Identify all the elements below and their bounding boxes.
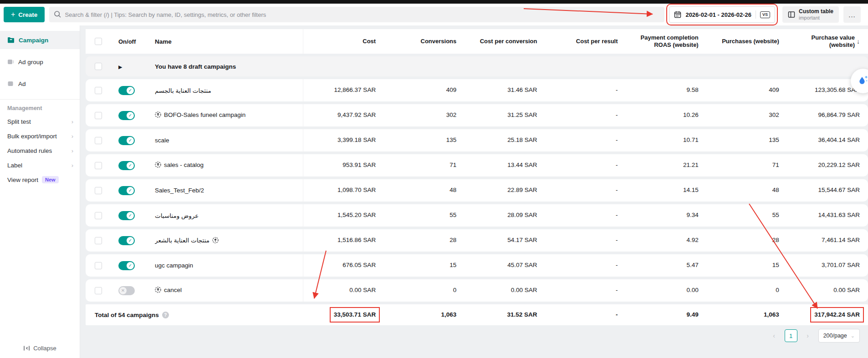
metric-value: 15,544.67 SAR [787, 187, 868, 194]
metric-value: 20,229.12 SAR [787, 161, 868, 169]
annotation-red-box: 317,942.24 SAR [814, 311, 860, 318]
row-checkbox[interactable] [95, 287, 102, 294]
sidebar-item-label: Campaign [19, 37, 48, 44]
metric-value: 14,431.63 SAR [787, 212, 868, 219]
sidebar-item-ad[interactable]: Ad [0, 75, 80, 93]
campaign-row: ✓sales - catalog953.91 SAR7113.44 SAR-21… [86, 154, 868, 176]
date-range-button[interactable]: 2026-02-01 - 2026-02-26 VS [669, 6, 775, 23]
sidebar-item-split-test[interactable]: Split test› [0, 114, 80, 129]
column-header-payment-completion-roas-website-[interactable]: Payment completion ROAS (website) [626, 34, 707, 48]
sidebar-item-label: Ad [18, 81, 26, 87]
row-checkbox[interactable] [95, 137, 102, 144]
campaign-toggle[interactable]: ✓ [118, 211, 135, 220]
water-drop-icon [856, 74, 868, 88]
campaign-name[interactable]: عروض ومناسبات [155, 212, 303, 219]
table-header-row: On/off Name CostConversionsCost per conv… [86, 29, 868, 54]
campaign-name[interactable]: scale [155, 137, 303, 144]
chevron-right-icon: › [71, 118, 73, 125]
metric-value: 22.89 SAR [465, 187, 545, 194]
campaign-toggle[interactable]: ✓ [118, 86, 135, 95]
next-page-button[interactable]: › [802, 330, 814, 342]
sidebar-item-campaign[interactable]: Campaign [0, 31, 80, 49]
columns-icon [788, 11, 795, 18]
expand-arrow-icon[interactable]: ▶ [118, 64, 122, 70]
help-icon[interactable]: ? [162, 312, 169, 318]
campaign-name[interactable]: cancel [155, 287, 303, 295]
more-options-button[interactable]: ... [843, 6, 861, 23]
campaign-toggle[interactable]: ✓ [118, 111, 135, 120]
select-all-checkbox[interactable] [95, 38, 102, 45]
campaign-toggle[interactable]: ✓ [118, 136, 135, 145]
metric-value: 10.71 [626, 136, 707, 144]
search-input[interactable] [49, 7, 664, 22]
collapse-label: Collapse [33, 345, 56, 352]
sidebar-item-bulk-export-import[interactable]: Bulk export/import› [0, 129, 80, 143]
row-checkbox[interactable] [95, 162, 102, 169]
row-checkbox[interactable] [95, 112, 102, 119]
campaign-row: ✓منتجات العناية بالجسم12,866.37 SAR40931… [86, 79, 868, 101]
metric-value: 5.47 [626, 262, 707, 269]
metric-value: 7,461.14 SAR [787, 237, 868, 244]
plus-icon: + [11, 11, 15, 18]
campaign-row: ✕cancel0.00 SAR00.00 SAR-0.0000.00 SAR [86, 279, 868, 302]
row-checkbox[interactable] [95, 237, 102, 244]
total-metric-value: 9.49 [626, 311, 707, 318]
campaign-name[interactable]: sales - catalog [155, 161, 303, 170]
sidebar-item-label: Ad group [18, 59, 43, 66]
campaign-toggle[interactable]: ✓ [118, 261, 135, 270]
custom-table-label: Custom table [799, 9, 833, 15]
metric-value: 31.25 SAR [465, 111, 545, 119]
row-checkbox[interactable] [95, 87, 102, 94]
column-header-purchase-value-website-[interactable]: Purchase value (website)↓ [787, 34, 868, 48]
sidebar-item-label: Bulk export/import [7, 133, 57, 140]
metric-value: 9.34 [626, 212, 707, 219]
column-header-cost[interactable]: Cost [303, 38, 384, 45]
column-header-purchases-website-[interactable]: Purchases (website) [707, 38, 787, 45]
campaign-name[interactable]: ugc campagin [155, 262, 303, 269]
campaign-name-text: sales - catalog [164, 161, 204, 168]
sidebar-item-automated-rules[interactable]: Automated rules› [0, 143, 80, 158]
collapse-sidebar-button[interactable]: Collapse [0, 345, 80, 352]
draft-campaigns-row[interactable]: ▶ You have 8 draft campaigns [86, 56, 868, 76]
toggle-knob-icon: ✓ [127, 87, 134, 94]
column-header-cost-per-conversion[interactable]: Cost per conversion [465, 38, 545, 45]
total-row-label: Total of 54 campaigns [95, 312, 159, 318]
row-checkbox[interactable] [95, 262, 102, 269]
page-size-select[interactable]: 200/page ⌄ [818, 329, 860, 343]
campaign-name[interactable]: منتجات العناية بالشعر [155, 237, 303, 245]
draft-row-checkbox[interactable] [95, 63, 102, 70]
sidebar-item-label[interactable]: Label› [0, 158, 80, 172]
chevron-right-icon: › [71, 133, 73, 140]
custom-table-button[interactable]: Custom table important [782, 6, 839, 23]
campaign-toggle[interactable]: ✓ [118, 186, 135, 195]
metric-value: 71 [707, 161, 787, 169]
prev-page-button[interactable]: ‹ [768, 330, 780, 342]
column-header-on-off[interactable]: On/off [111, 38, 155, 45]
compare-vs-button[interactable]: VS [760, 11, 770, 18]
metric-value: 4.92 [626, 237, 707, 244]
page-number-button[interactable]: 1 [785, 329, 797, 342]
campaign-name[interactable]: Sales_Test_Feb/2 [155, 187, 303, 194]
column-header-name[interactable]: Name [155, 38, 303, 45]
campaign-toggle[interactable]: ✓ [118, 236, 135, 245]
total-metric-value: 1,063 [384, 311, 465, 318]
row-checkbox[interactable] [95, 212, 102, 219]
smart-plus-icon [155, 287, 161, 293]
campaign-name[interactable]: BOFO-Sales funeel campagin [155, 111, 303, 120]
row-checkbox[interactable] [95, 187, 102, 194]
create-button[interactable]: + Create [4, 7, 45, 22]
metric-value: 55 [384, 212, 465, 219]
sidebar-item-ad-group[interactable]: Ad group [0, 53, 80, 71]
campaign-row: ✓منتجات العناية بالشعر1,516.86 SAR2854.1… [86, 229, 868, 252]
column-header-cost-per-result[interactable]: Cost per result [545, 38, 626, 45]
campaign-toggle[interactable]: ✓ [118, 161, 135, 170]
campaign-name[interactable]: منتجات العناية بالجسم [155, 87, 303, 94]
sidebar-item-view-report[interactable]: View report New [0, 172, 80, 187]
campaign-table-area: On/off Name CostConversionsCost per conv… [80, 25, 868, 358]
column-header-conversions[interactable]: Conversions [384, 38, 465, 45]
metric-value: 0.00 [626, 287, 707, 294]
draft-campaigns-label: You have 8 draft campaigns [155, 63, 303, 70]
campaign-toggle[interactable]: ✕ [118, 286, 135, 295]
table-total-row: Total of 54 campaigns ? 33,503.71 SAR1,0… [86, 304, 868, 325]
metric-value: 96,864.79 SAR [787, 111, 868, 119]
